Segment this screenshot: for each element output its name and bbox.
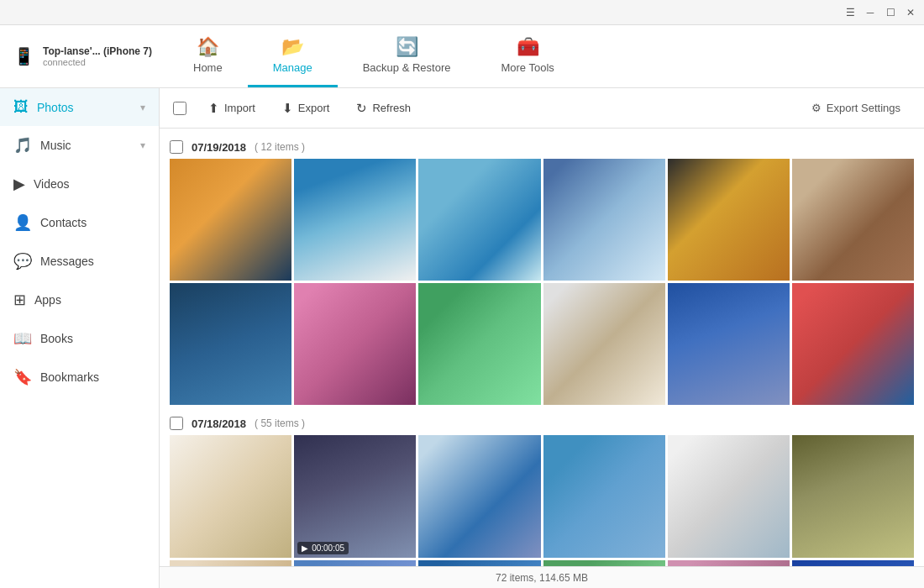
- photo-cell[interactable]: [170, 283, 291, 405]
- tab-home-label: Home: [193, 61, 223, 74]
- statusbar: 72 items, 114.65 MB: [160, 566, 924, 588]
- backup-icon: 🔄: [396, 36, 418, 58]
- books-icon: 📖: [13, 329, 32, 348]
- sidebar-item-photos[interactable]: 🖼 Photos ▾: [0, 88, 159, 126]
- export-settings-button[interactable]: ⚙ Export Settings: [801, 97, 911, 119]
- sidebar-item-music[interactable]: 🎵 Music ▾: [0, 126, 159, 165]
- top-navigation: 📱 Top-lanse'... (iPhone 7) connected 🏠 H…: [0, 25, 924, 88]
- video-badge: ▶ 00:00:05: [297, 542, 349, 554]
- menu-button[interactable]: ☰: [843, 6, 857, 19]
- videos-icon: ▶: [13, 175, 25, 193]
- device-text: Top-lanse'... (iPhone 7) connected: [43, 45, 152, 67]
- export-icon: ⬇: [282, 101, 293, 116]
- photo-cell[interactable]: [668, 560, 790, 566]
- titlebar: ☰ ─ ☐ ✕: [0, 0, 924, 25]
- home-icon: 🏠: [197, 36, 219, 58]
- photo-cell[interactable]: [170, 435, 291, 557]
- device-status: connected: [43, 57, 152, 67]
- photo-cell[interactable]: [668, 435, 790, 557]
- photo-area: 07/19/2018 ( 12 items ): [160, 129, 924, 566]
- sidebar-item-contacts[interactable]: 👤 Contacts: [0, 203, 159, 242]
- date-group-1: 07/19/2018 ( 12 items ): [166, 135, 917, 405]
- gear-icon: ⚙: [811, 102, 822, 114]
- photo-cell[interactable]: [668, 159, 790, 281]
- photo-cell[interactable]: [668, 283, 790, 405]
- nav-tabs: 🏠 Home 📂 Manage 🔄 Backup & Restore 🧰 Mor…: [168, 25, 924, 87]
- export-settings-label: Export Settings: [827, 102, 900, 114]
- photo-cell[interactable]: [170, 560, 291, 566]
- photo-cell[interactable]: [543, 283, 665, 405]
- date-checkbox-1[interactable]: [170, 140, 183, 154]
- photo-cell[interactable]: [792, 435, 914, 557]
- device-info: 📱 Top-lanse'... (iPhone 7) connected: [0, 45, 168, 67]
- device-icon: 📱: [13, 46, 34, 66]
- date-header-1: 07/19/2018 ( 12 items ): [166, 135, 917, 159]
- sidebar-item-books[interactable]: 📖 Books: [0, 319, 159, 358]
- window-controls: ☰ ─ ☐ ✕: [843, 6, 917, 19]
- photo-cell[interactable]: [543, 159, 665, 281]
- tab-home[interactable]: 🏠 Home: [168, 25, 248, 87]
- photo-cell[interactable]: [418, 283, 540, 405]
- photo-cell[interactable]: [418, 560, 540, 566]
- import-button[interactable]: ⬆ Import: [197, 96, 267, 121]
- tools-icon: 🧰: [517, 36, 539, 58]
- tab-tools[interactable]: 🧰 More Tools: [475, 25, 579, 87]
- sidebar-bookmarks-label: Bookmarks: [40, 370, 145, 384]
- sidebar-photos-label: Photos: [37, 101, 132, 114]
- photo-cell[interactable]: [792, 560, 914, 566]
- sidebar-item-videos[interactable]: ▶ Videos: [0, 165, 159, 203]
- photo-cell[interactable]: [294, 283, 416, 405]
- sidebar-contacts-label: Contacts: [40, 216, 145, 229]
- device-name: Top-lanse'... (iPhone 7): [43, 45, 152, 57]
- sidebar-item-apps[interactable]: ⊞ Apps: [0, 281, 159, 319]
- photo-cell[interactable]: [294, 159, 416, 281]
- close-button[interactable]: ✕: [904, 6, 917, 19]
- status-text: 72 items, 114.65 MB: [496, 572, 588, 584]
- tab-manage-label: Manage: [273, 61, 312, 74]
- select-all-checkbox[interactable]: [173, 102, 186, 115]
- import-label: Import: [224, 102, 255, 114]
- video-duration: 00:00:05: [312, 543, 344, 553]
- sidebar-item-bookmarks[interactable]: 🔖 Bookmarks: [0, 358, 159, 396]
- photo-cell[interactable]: ▶ 00:00:05: [294, 435, 416, 557]
- sidebar-music-label: Music: [40, 139, 132, 152]
- maximize-button[interactable]: ☐: [884, 6, 897, 19]
- photo-cell[interactable]: [543, 435, 665, 557]
- video-play-icon: ▶: [302, 543, 308, 553]
- photo-cell[interactable]: [792, 159, 914, 281]
- export-button[interactable]: ⬇ Export: [270, 96, 342, 121]
- date-checkbox-2[interactable]: [170, 417, 183, 430]
- date-header-2: 07/18/2018 ( 55 items ): [166, 412, 917, 435]
- refresh-button[interactable]: ↻ Refresh: [344, 96, 423, 121]
- sidebar-messages-label: Messages: [40, 255, 145, 268]
- chevron-down-icon: ▾: [140, 102, 145, 113]
- photo-cell[interactable]: [792, 283, 914, 405]
- refresh-icon: ↻: [356, 101, 367, 116]
- sidebar-apps-label: Apps: [34, 293, 145, 307]
- photo-cell[interactable]: [170, 159, 291, 281]
- content-area: ⬆ Import ⬇ Export ↻ Refresh ⚙ Export Set…: [160, 88, 924, 588]
- apps-icon: ⊞: [13, 291, 26, 309]
- sidebar-videos-label: Videos: [34, 177, 145, 191]
- chevron-down-icon: ▾: [140, 139, 145, 151]
- manage-icon: 📂: [281, 36, 304, 58]
- date-count-1: ( 12 items ): [255, 141, 305, 153]
- import-icon: ⬆: [208, 101, 219, 116]
- tab-manage[interactable]: 📂 Manage: [248, 25, 338, 87]
- export-label: Export: [298, 102, 330, 114]
- tab-backup[interactable]: 🔄 Backup & Restore: [338, 25, 476, 87]
- photo-cell[interactable]: [418, 435, 540, 557]
- photos-icon: 🖼: [13, 98, 29, 116]
- date-label-1: 07/19/2018: [192, 141, 246, 154]
- photo-cell[interactable]: [418, 159, 540, 281]
- photo-grid-1: [166, 159, 917, 405]
- date-label-2: 07/18/2018: [192, 417, 246, 430]
- toolbar: ⬆ Import ⬇ Export ↻ Refresh ⚙ Export Set…: [160, 88, 924, 129]
- sidebar-books-label: Books: [40, 332, 145, 345]
- sidebar: 🖼 Photos ▾ 🎵 Music ▾ ▶ Videos 👤 Contacts…: [0, 88, 160, 588]
- contacts-icon: 👤: [13, 213, 32, 232]
- photo-cell[interactable]: [543, 560, 665, 566]
- photo-cell[interactable]: [294, 560, 416, 566]
- minimize-button[interactable]: ─: [864, 6, 877, 19]
- sidebar-item-messages[interactable]: 💬 Messages: [0, 242, 159, 281]
